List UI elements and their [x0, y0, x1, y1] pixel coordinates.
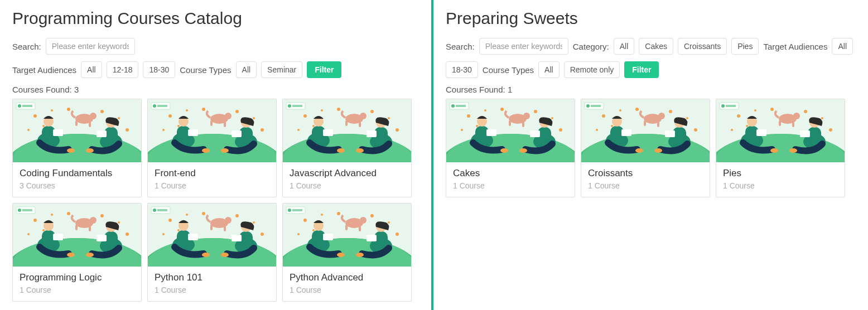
svg-point-41 — [202, 108, 205, 111]
course-title: Front-end — [155, 168, 269, 179]
filter-button[interactable]: Filter — [624, 61, 659, 78]
svg-rect-196 — [486, 129, 496, 136]
svg-point-70 — [337, 108, 340, 111]
courses-found-label: Courses Found: 1 — [446, 85, 856, 94]
svg-point-100 — [100, 214, 104, 217]
filter-row: Target Audiences All 12-18 18-30 Course … — [12, 61, 419, 78]
course-type-all-pill[interactable]: All — [236, 61, 257, 78]
svg-rect-119 — [157, 209, 167, 211]
course-subtitle: 1 Course — [155, 285, 269, 294]
course-card[interactable]: Python Advanced1 Course — [282, 203, 412, 302]
target-audiences-label: Target Audiences — [12, 65, 76, 75]
svg-point-217 — [686, 117, 688, 119]
search-input[interactable] — [479, 38, 568, 55]
search-input[interactable] — [46, 38, 135, 55]
svg-rect-3 — [22, 105, 32, 107]
svg-point-10 — [33, 114, 37, 118]
svg-point-74 — [297, 129, 300, 131]
audience-12-18-pill[interactable]: 12-18 — [107, 61, 139, 78]
svg-point-231 — [654, 148, 662, 153]
course-card[interactable]: Javascript Advanced1 Course — [282, 99, 412, 197]
svg-point-249 — [746, 125, 748, 127]
svg-point-13 — [100, 110, 104, 113]
svg-point-260 — [789, 148, 797, 153]
svg-rect-241 — [792, 122, 794, 127]
course-card[interactable]: Programming Logic1 Course — [12, 203, 142, 302]
svg-point-11 — [51, 109, 53, 112]
svg-point-72 — [388, 117, 390, 119]
svg-point-75 — [312, 125, 315, 127]
svg-point-202 — [519, 148, 527, 153]
category-cakes-pill[interactable]: Cakes — [639, 38, 673, 55]
filter-row: Search: — [12, 38, 419, 55]
svg-point-210 — [658, 113, 665, 119]
course-subtitle: 1 Course — [723, 181, 838, 190]
svg-point-213 — [602, 114, 605, 118]
course-title: Cakes — [453, 168, 568, 179]
svg-rect-22 — [53, 129, 63, 136]
svg-rect-27 — [97, 130, 107, 137]
svg-point-23 — [67, 148, 75, 153]
svg-point-243 — [754, 109, 756, 112]
svg-point-226 — [635, 148, 643, 153]
audience-18-30-pill[interactable]: 18-30 — [143, 61, 175, 78]
category-all-pill[interactable]: All — [614, 38, 635, 55]
course-card-body: Pies1 Course — [716, 162, 845, 197]
left-panel: Programming Courses Catalog Search: Targ… — [0, 0, 431, 310]
svg-point-248 — [731, 129, 733, 131]
category-croissants-pill[interactable]: Croissants — [678, 38, 727, 55]
course-image — [283, 204, 411, 267]
svg-point-73 — [396, 128, 399, 132]
course-image — [13, 204, 141, 267]
svg-point-2 — [18, 104, 21, 108]
course-card[interactable]: Coding Fundamentals3 Courses — [12, 99, 142, 197]
course-type-all-pill[interactable]: All — [538, 61, 560, 78]
course-card[interactable]: Pies1 Course — [716, 99, 845, 197]
svg-rect-66 — [345, 120, 348, 126]
svg-point-128 — [202, 212, 205, 215]
svg-rect-143 — [232, 235, 242, 241]
svg-point-197 — [500, 148, 508, 153]
course-card-body: Python 1011 Course — [148, 267, 276, 301]
course-title: Python 101 — [155, 272, 269, 283]
svg-point-181 — [523, 113, 530, 119]
category-pies-pill[interactable]: Pies — [731, 38, 759, 55]
svg-rect-225 — [621, 129, 631, 136]
course-card[interactable]: Croissants1 Course — [581, 99, 710, 197]
svg-point-71 — [370, 110, 374, 113]
svg-rect-85 — [367, 130, 377, 137]
svg-point-42 — [235, 110, 239, 113]
svg-point-189 — [559, 128, 562, 132]
audience-all-pill[interactable]: All — [81, 61, 102, 78]
svg-point-123 — [225, 217, 232, 224]
course-type-seminar-pill[interactable]: Seminar — [261, 61, 302, 78]
svg-point-12 — [67, 108, 70, 111]
svg-rect-124 — [210, 225, 213, 230]
course-card[interactable]: Front-end1 Course — [147, 99, 277, 197]
svg-rect-56 — [232, 130, 242, 137]
svg-point-39 — [168, 114, 172, 118]
svg-point-184 — [467, 114, 470, 118]
svg-point-191 — [476, 125, 478, 127]
course-image — [13, 99, 141, 162]
course-card[interactable]: Python 1011 Course — [147, 203, 277, 302]
svg-point-52 — [202, 148, 210, 153]
audience-all-pill[interactable]: All — [832, 38, 853, 55]
course-card-body: Coding Fundamentals3 Courses — [13, 162, 141, 197]
svg-point-244 — [770, 108, 774, 111]
svg-point-239 — [793, 113, 800, 119]
course-title: Python Advanced — [290, 272, 404, 283]
svg-point-190 — [461, 129, 463, 131]
search-label: Search: — [12, 42, 41, 51]
svg-point-118 — [153, 209, 156, 212]
course-card[interactable]: Cakes1 Course — [446, 99, 575, 197]
page-title: Preparing Sweets — [446, 9, 856, 28]
category-label: Category: — [573, 42, 609, 51]
svg-point-245 — [804, 110, 807, 113]
course-thumbnail-icon — [13, 99, 141, 162]
audience-18-30-pill[interactable]: 18-30 — [446, 61, 478, 78]
filter-button[interactable]: Filter — [307, 61, 341, 78]
course-subtitle: 1 Course — [155, 181, 269, 190]
svg-rect-96 — [89, 226, 91, 231]
course-type-remote-pill[interactable]: Remote only — [564, 61, 620, 78]
